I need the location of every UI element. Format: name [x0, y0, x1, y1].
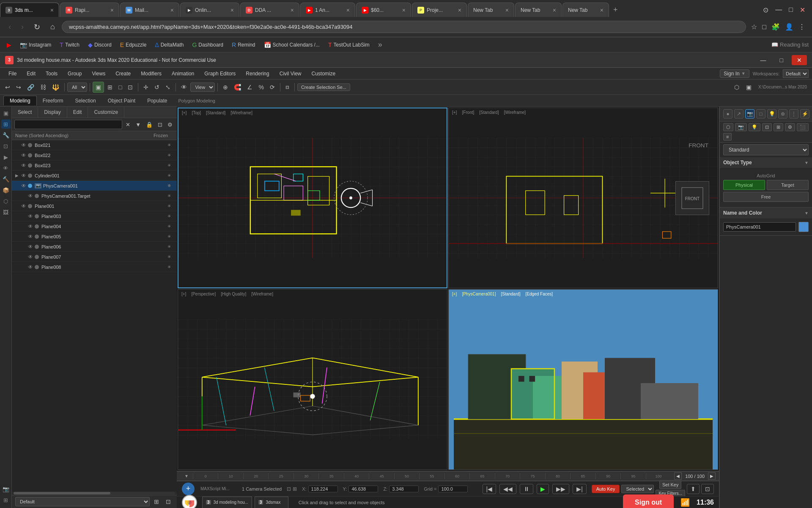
maximize-window-btn[interactable]: □: [787, 4, 795, 15]
tab-rapi[interactable]: R Rapi... ×: [60, 3, 119, 17]
rp-expand-btn[interactable]: ⬛: [797, 123, 809, 131]
tab-close-yt2[interactable]: ×: [402, 7, 406, 14]
tab-mail[interactable]: M Mail... ×: [120, 3, 179, 17]
workspaces-select[interactable]: Default: [783, 69, 809, 78]
taskbar-chrome[interactable]: [182, 495, 197, 508]
rp-settings-btn[interactable]: ⚙: [785, 123, 795, 131]
visibility-icon[interactable]: 👁: [28, 244, 33, 250]
side-icon-utilities[interactable]: 🔨: [1, 174, 11, 184]
vp-tag-plus[interactable]: [+]: [180, 110, 188, 116]
timeline-scroll-left[interactable]: ◀: [674, 472, 682, 480]
tab-yt1[interactable]: ▶ 1 An... ×: [300, 3, 355, 17]
visibility-icon[interactable]: 👁: [28, 234, 33, 240]
visibility-icon[interactable]: 👁: [28, 193, 33, 199]
menu-graph-editors[interactable]: Graph Editors: [199, 69, 241, 78]
select-btn[interactable]: ▣: [93, 82, 104, 93]
bookmark-deltamath[interactable]: Δ DeltaMath: [151, 40, 187, 50]
vp-tag-shading-front[interactable]: [Standard]: [477, 110, 500, 115]
object-type-header[interactable]: Object Type ▼: [720, 157, 812, 168]
tab-online[interactable]: ▶ Onlin... ×: [180, 3, 239, 17]
tab-close-dda[interactable]: ×: [291, 7, 294, 14]
close-window-btn[interactable]: ✕: [798, 4, 807, 16]
extensions-button[interactable]: 🧩: [770, 21, 782, 33]
select-lasso-btn[interactable]: ⊡: [125, 82, 135, 92]
menu-customize[interactable]: Customize: [307, 69, 341, 78]
side-icon-asset[interactable]: 📦: [1, 185, 11, 195]
se-filter-btn[interactable]: ▼: [134, 121, 143, 129]
tab-close-mail[interactable]: ×: [170, 7, 174, 14]
ribbon-tab-object-paint[interactable]: Object Paint: [102, 96, 141, 105]
rp-icon-curve[interactable]: ↗: [734, 109, 743, 119]
menu-file[interactable]: File: [3, 69, 22, 78]
tab-close-proj[interactable]: ×: [458, 7, 461, 14]
list-item[interactable]: ▶ 👁 Cylinder001 ✳: [12, 171, 177, 181]
se-clear-btn[interactable]: ✕: [124, 121, 132, 129]
name-color-header[interactable]: Name and Color ▼: [720, 207, 812, 218]
menu-animation[interactable]: Animation: [167, 69, 199, 78]
move-btn[interactable]: ✛: [141, 82, 151, 92]
tab-close-online[interactable]: ×: [230, 7, 234, 14]
vp-tag-plus-front[interactable]: [+]: [450, 110, 458, 115]
tab-close-yt1[interactable]: ×: [346, 7, 350, 14]
undo-button[interactable]: ↩: [3, 82, 13, 92]
play-btn[interactable]: ▶: [537, 484, 549, 494]
side-icon-hierarchy[interactable]: ⊡: [1, 141, 11, 151]
list-item[interactable]: 👁 Plane007 ✳: [12, 252, 177, 262]
se-tab-display[interactable]: Display: [38, 107, 67, 118]
list-item[interactable]: 👁 Box023 ✳: [12, 160, 177, 171]
tab-close-new2[interactable]: ×: [553, 7, 556, 14]
rp-icon-particle[interactable]: ⋮: [789, 109, 798, 119]
grid-input[interactable]: [438, 486, 468, 492]
list-item[interactable]: 👁 Plane006 ✳: [12, 242, 177, 252]
sign-in-button[interactable]: Sign In ▼: [720, 69, 749, 78]
visibility-icon[interactable]: 👁: [28, 254, 33, 260]
vp-tag-wireframe-front[interactable]: [Wireframe]: [502, 110, 527, 115]
url-input[interactable]: wcpss-amalthea.cameyo.net/app.html?appNa…: [62, 21, 746, 33]
vp-tag-view-front[interactable]: [Front]: [460, 110, 476, 115]
back-button[interactable]: ‹: [5, 21, 14, 33]
minimize-window-btn[interactable]: —: [774, 4, 784, 15]
se-tab-select[interactable]: Select: [12, 107, 38, 118]
bookmark-edpuzzle[interactable]: E Edpuzzle: [117, 40, 150, 50]
viewport-path-btn[interactable]: X:\Documen...s Max 2020: [756, 83, 809, 91]
render-btn[interactable]: ▣: [743, 82, 754, 92]
list-item[interactable]: 👁 Plane003 ✳: [12, 211, 177, 221]
forward-button[interactable]: ›: [18, 21, 27, 33]
rp-light-btn[interactable]: 💡: [749, 123, 760, 131]
rp-icon-warp[interactable]: ⚡: [800, 109, 809, 119]
bookmark-twitch[interactable]: T Twitch: [56, 40, 83, 50]
se-tab-edit[interactable]: Edit: [67, 107, 88, 118]
vp-tag-shading-cam[interactable]: [Standard]: [499, 291, 522, 297]
rp-cam-btn[interactable]: 📷: [735, 123, 747, 131]
menu-civil-view[interactable]: Civil View: [274, 69, 307, 78]
rp-icon-box[interactable]: □: [756, 109, 765, 119]
side-icon-camera[interactable]: 📷: [1, 484, 11, 494]
bookmark-star-button[interactable]: ☆: [749, 21, 759, 33]
transform-btn-2[interactable]: ⊡: [701, 484, 714, 494]
home-button[interactable]: ⌂: [47, 21, 58, 33]
se-tab-customize[interactable]: Customize: [88, 107, 124, 118]
viewport-front[interactable]: [+] [Front] [Standard] [Wireframe]: [448, 108, 718, 288]
reading-list-button[interactable]: 📖 Reading list: [771, 41, 809, 48]
color-swatch[interactable]: [798, 222, 809, 232]
menu-edit[interactable]: Edit: [22, 69, 41, 78]
vp-tag-quality-persp[interactable]: [High Quality]: [219, 291, 248, 297]
tab-close-new1[interactable]: ×: [505, 7, 509, 14]
render-setup-btn[interactable]: ⬡: [732, 82, 742, 92]
list-item[interactable]: 👁 📷 PhysCamera001 ❄: [12, 181, 177, 191]
selection-lock-icon[interactable]: ⊡: [287, 486, 291, 492]
rp-icon-sphere[interactable]: ●: [723, 109, 732, 119]
app-maximize-button[interactable]: □: [775, 55, 788, 65]
se-layers-btn[interactable]: ⊞: [151, 497, 162, 506]
rp-shaders-btn[interactable]: ⊡: [762, 123, 772, 131]
ribbon-tab-selection[interactable]: Selection: [69, 96, 102, 105]
view-select[interactable]: View: [190, 83, 215, 92]
rp-geo-btn[interactable]: ⊞: [774, 123, 783, 131]
physical-camera-btn[interactable]: Physical: [723, 180, 765, 190]
bookmark-testout[interactable]: T TestOut LabSim: [325, 40, 373, 50]
side-icon-render[interactable]: 🖼: [1, 207, 11, 217]
rp-icon-light[interactable]: 💡: [767, 109, 776, 119]
link-button[interactable]: 🔗: [25, 82, 37, 92]
side-icon-select[interactable]: ▣: [1, 108, 11, 118]
se-hierarchy-btn[interactable]: ⊡: [156, 121, 164, 129]
